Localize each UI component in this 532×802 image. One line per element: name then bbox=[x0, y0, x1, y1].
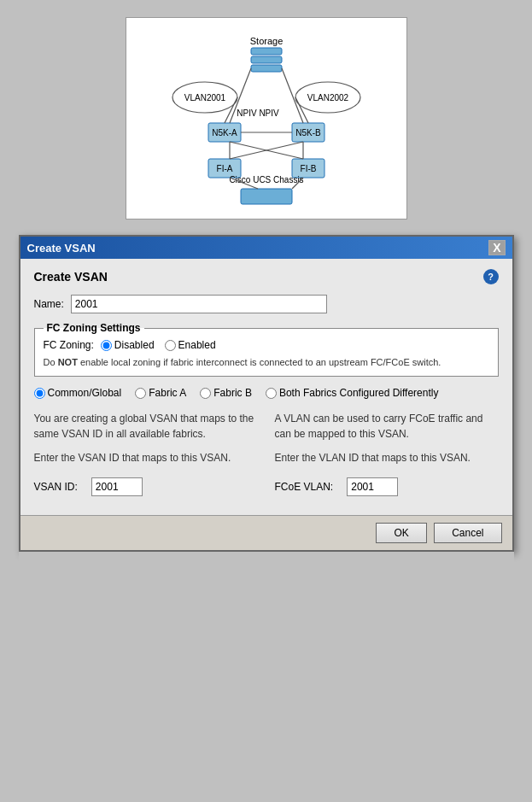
svg-rect-2 bbox=[251, 56, 282, 63]
desc-right-1: A VLAN can be used to carry FCoE traffic… bbox=[275, 411, 499, 442]
svg-text:FI-B: FI-B bbox=[300, 164, 316, 173]
fc-zoning-disabled-radio[interactable] bbox=[101, 340, 112, 351]
fc-warning-not: NOT bbox=[58, 357, 78, 367]
dialog-close-button[interactable]: X bbox=[488, 240, 505, 255]
dialog-title: Create VSAN bbox=[27, 242, 96, 255]
svg-text:VLAN2002: VLAN2002 bbox=[307, 93, 348, 102]
fc-zoning-label: FC Zoning: bbox=[44, 339, 94, 351]
fabric-b-option[interactable]: Fabric B bbox=[200, 387, 252, 399]
name-label: Name: bbox=[34, 298, 64, 310]
dialog-titlebar: Create VSAN X bbox=[20, 237, 512, 259]
desc-left-bottom: Enter the VSAN ID that maps to this VSAN… bbox=[34, 450, 258, 465]
id-columns: VSAN ID: FCoE VLAN: bbox=[34, 477, 499, 496]
fabric-a-option[interactable]: Fabric A bbox=[135, 387, 186, 399]
create-vsan-dialog: Create VSAN X Create VSAN ? Name: FC Zon… bbox=[19, 235, 514, 552]
name-row: Name: bbox=[34, 295, 499, 313]
svg-rect-1 bbox=[251, 48, 282, 55]
fc-zoning-radio-group: Disabled Enabled bbox=[101, 339, 216, 351]
fc-warning-text: Do NOT enable local zoning if fabric int… bbox=[44, 356, 489, 369]
help-icon[interactable]: ? bbox=[483, 269, 499, 284]
svg-text:N5K-A: N5K-A bbox=[212, 128, 237, 138]
fc-zoning-disabled-label: Disabled bbox=[114, 339, 155, 351]
svg-text:NPIV NPIV: NPIV NPIV bbox=[237, 108, 279, 118]
bottom-area bbox=[19, 552, 514, 586]
fc-zoning-enabled-label: Enabled bbox=[178, 339, 216, 351]
fabric-both-label: Both Fabrics Configured Differently bbox=[279, 387, 439, 399]
desc-right-bottom: Enter the VLAN ID that maps to this VSAN… bbox=[275, 450, 499, 465]
svg-text:N5K-B: N5K-B bbox=[295, 128, 321, 138]
fc-zoning-legend: FC Zoning Settings bbox=[44, 322, 144, 334]
vsan-id-input[interactable] bbox=[91, 477, 143, 496]
fc-zoning-enabled-option[interactable]: Enabled bbox=[165, 339, 216, 351]
svg-text:FI-A: FI-A bbox=[216, 164, 232, 173]
fabric-radio-row: Common/Global Fabric A Fabric B Both Fab… bbox=[34, 387, 499, 399]
fc-zoning-fieldset: FC Zoning Settings FC Zoning: Disabled E… bbox=[34, 322, 499, 377]
svg-text:Cisco UCS Chassis: Cisco UCS Chassis bbox=[229, 175, 303, 184]
fcoe-vlan-label: FCoE VLAN: bbox=[275, 481, 334, 493]
diagram-svg: Storage VLAN2001 VLAN2002 NPIV NPIV N5K-… bbox=[143, 31, 389, 210]
fabric-b-radio[interactable] bbox=[200, 388, 211, 399]
svg-rect-17 bbox=[241, 189, 292, 204]
desc-right-top: A VLAN can be used to carry FCoE traffic… bbox=[275, 411, 499, 442]
dialog-body: Create VSAN ? Name: FC Zoning Settings F… bbox=[20, 259, 512, 515]
desc-left-top: You are creating a global VSAN that maps… bbox=[34, 411, 258, 442]
desc-right-2: Enter the VLAN ID that maps to this VSAN… bbox=[275, 450, 499, 465]
name-input[interactable] bbox=[71, 295, 327, 313]
dialog-header-row: Create VSAN ? bbox=[34, 269, 499, 284]
svg-text:Storage: Storage bbox=[249, 36, 283, 46]
fabric-common-option[interactable]: Common/Global bbox=[34, 387, 122, 399]
svg-rect-3 bbox=[251, 65, 282, 72]
description-columns: You are creating a global VSAN that maps… bbox=[34, 411, 499, 465]
dialog-footer: OK Cancel bbox=[20, 515, 512, 550]
network-diagram: Storage VLAN2001 VLAN2002 NPIV NPIV N5K-… bbox=[147, 31, 386, 210]
fabric-b-label: Fabric B bbox=[213, 387, 252, 399]
vsan-id-row: VSAN ID: bbox=[34, 477, 258, 496]
fcoe-vlan-input[interactable] bbox=[347, 477, 398, 496]
fabric-a-label: Fabric A bbox=[149, 387, 186, 399]
desc-left-2: Enter the VSAN ID that maps to this VSAN… bbox=[34, 450, 258, 465]
desc-left-1: You are creating a global VSAN that maps… bbox=[34, 411, 258, 442]
cancel-button[interactable]: Cancel bbox=[434, 523, 501, 543]
dialog-header-title: Create VSAN bbox=[34, 270, 108, 284]
diagram-container: Storage VLAN2001 VLAN2002 NPIV NPIV N5K-… bbox=[126, 17, 407, 220]
fc-zoning-disabled-option[interactable]: Disabled bbox=[101, 339, 155, 351]
fabric-both-radio[interactable] bbox=[266, 388, 277, 399]
fabric-a-radio[interactable] bbox=[135, 388, 146, 399]
fcoe-vlan-row: FCoE VLAN: bbox=[275, 477, 499, 496]
fabric-both-option[interactable]: Both Fabrics Configured Differently bbox=[266, 387, 439, 399]
fc-zoning-row: FC Zoning: Disabled Enabled bbox=[44, 339, 489, 351]
ok-button[interactable]: OK bbox=[376, 523, 427, 543]
svg-text:VLAN2001: VLAN2001 bbox=[184, 93, 225, 102]
fc-zoning-enabled-radio[interactable] bbox=[165, 340, 176, 351]
vsan-id-label: VSAN ID: bbox=[34, 481, 78, 493]
fabric-common-label: Common/Global bbox=[48, 387, 122, 399]
fabric-common-radio[interactable] bbox=[34, 388, 45, 399]
